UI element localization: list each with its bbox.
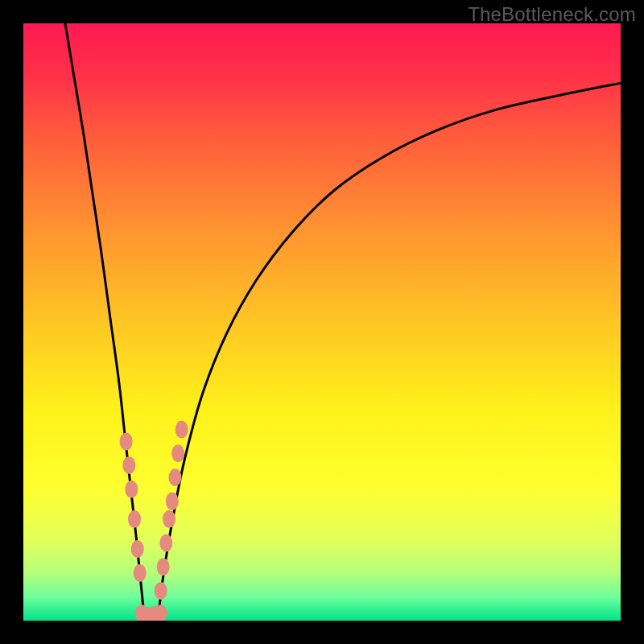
- data-marker: [168, 469, 181, 486]
- gradient-background: [23, 23, 621, 621]
- data-marker: [166, 493, 179, 510]
- data-marker: [171, 444, 184, 462]
- data-marker: [122, 456, 135, 474]
- data-marker: [155, 582, 167, 600]
- data-marker: [134, 564, 147, 582]
- plot-area: [23, 23, 621, 621]
- data-marker: [131, 540, 144, 558]
- data-marker: [159, 535, 172, 552]
- chart-frame: TheBottleneck.com: [0, 0, 644, 644]
- data-marker: [120, 432, 133, 450]
- data-marker: [175, 421, 188, 439]
- watermark-text: TheBottleneck.com: [468, 3, 636, 26]
- data-marker: [157, 558, 170, 576]
- bottleneck-chart: [23, 23, 621, 621]
- data-marker: [163, 510, 175, 528]
- data-marker: [128, 510, 141, 528]
- data-marker: [125, 481, 138, 498]
